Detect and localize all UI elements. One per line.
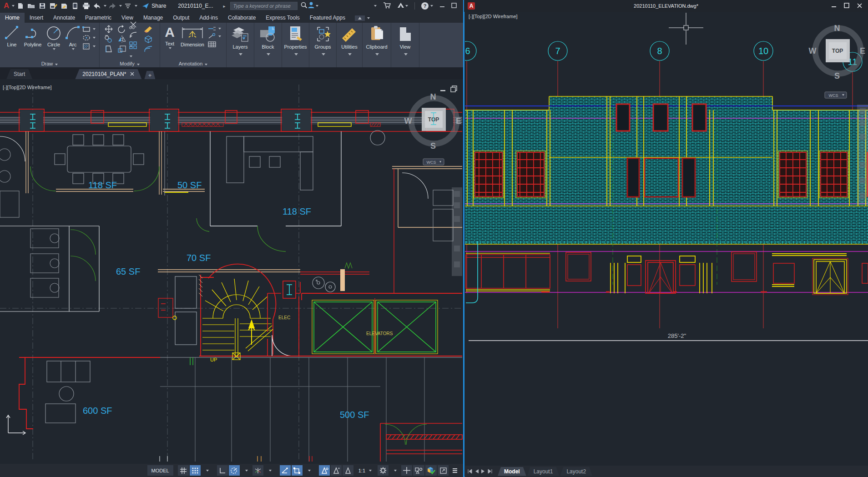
panel-properties[interactable]: Properties xyxy=(282,23,309,67)
array-chevron-icon[interactable] xyxy=(130,55,132,57)
tab-annotate[interactable]: Annotate xyxy=(48,13,80,23)
isodraft-button[interactable] xyxy=(252,465,263,476)
circle-chevron-icon[interactable] xyxy=(53,48,56,50)
right-viewport-controls[interactable]: [-][Top][2D Wireframe] xyxy=(469,14,518,19)
tab-add-ins[interactable]: Add-ins xyxy=(194,13,223,23)
prev-layout-icon[interactable] xyxy=(474,467,479,476)
undo-icon[interactable] xyxy=(92,1,102,10)
ortho-mode-button[interactable] xyxy=(217,465,228,476)
snap-chevron-icon[interactable] xyxy=(202,465,212,476)
properties-chevron-icon[interactable] xyxy=(294,53,298,55)
panel-groups[interactable]: Groups xyxy=(309,23,337,67)
text-tool[interactable]: AText xyxy=(162,25,177,49)
left-viewcube[interactable]: N W E S TOP WCS xyxy=(404,92,462,165)
panel-block[interactable]: Block xyxy=(254,23,282,67)
utilities-chevron-icon[interactable] xyxy=(348,53,352,55)
annotation-scale-icon[interactable] xyxy=(343,465,353,476)
grid-display-button[interactable] xyxy=(178,465,189,476)
tab-collaborate[interactable]: Collaborate xyxy=(223,13,261,23)
tab-parametric[interactable]: Parametric xyxy=(80,13,116,23)
overflow-chevron-icon[interactable] xyxy=(374,5,377,7)
app-store-cart-icon[interactable] xyxy=(383,2,391,10)
rectangle-chevron-icon[interactable] xyxy=(93,28,96,30)
erase-tool[interactable] xyxy=(143,25,154,35)
workspace-gear-button[interactable] xyxy=(378,465,389,476)
model-space-button[interactable]: MODEL xyxy=(147,465,173,476)
panel-view[interactable]: View xyxy=(391,23,419,67)
osnap-chevron-icon[interactable] xyxy=(303,465,314,476)
ellipse-tool[interactable] xyxy=(82,34,96,41)
share-button[interactable]: Share xyxy=(142,3,166,9)
panel-clipboard[interactable]: Clipboard xyxy=(363,23,391,67)
right-maximize-button[interactable] xyxy=(844,3,849,9)
new-tab-button[interactable]: + xyxy=(144,71,155,79)
layers-chevron-icon[interactable] xyxy=(239,53,242,55)
tab-insert[interactable]: Insert xyxy=(25,13,48,23)
arc-chevron-icon[interactable] xyxy=(72,48,75,50)
workspace-switch-icon[interactable] xyxy=(123,1,133,10)
clipboard-chevron-icon[interactable] xyxy=(375,53,379,55)
autodesk-chevron-icon[interactable] xyxy=(405,5,408,7)
ribbon-collapse-chevron-icon[interactable] xyxy=(367,17,370,19)
object-snap-tracking-button[interactable] xyxy=(280,465,291,476)
right-titlebar[interactable]: A 20210110_ELEVATION.dwg* xyxy=(464,0,868,12)
mirror-tool[interactable] xyxy=(117,35,126,45)
copy-tool[interactable] xyxy=(104,35,114,45)
object-snap-button[interactable] xyxy=(292,465,303,476)
open-folder-icon[interactable] xyxy=(26,1,36,10)
scale-value-button[interactable]: 1:1 xyxy=(354,465,373,476)
arc-tool[interactable]: Arc xyxy=(65,25,81,50)
tab-express-tools[interactable]: Express Tools xyxy=(261,13,304,23)
modify-panel-label[interactable]: Modify xyxy=(100,61,160,66)
isolate-objects-button[interactable] xyxy=(413,465,424,476)
first-layout-icon[interactable] xyxy=(467,467,473,476)
redo-history-chevron-icon[interactable] xyxy=(119,5,122,7)
graphics-performance-button[interactable] xyxy=(425,465,437,476)
explode-tool[interactable] xyxy=(143,35,153,45)
tab-manage[interactable]: Manage xyxy=(138,13,168,23)
tab-output[interactable]: Output xyxy=(168,13,194,23)
dimension-tool[interactable]: Dimension xyxy=(178,25,207,47)
rectangle-tool[interactable] xyxy=(82,25,96,33)
redo-icon[interactable] xyxy=(107,1,117,10)
autoscale-button[interactable] xyxy=(331,465,342,476)
right-navbar[interactable] xyxy=(857,105,868,205)
last-layout-icon[interactable] xyxy=(487,467,493,476)
text-chevron-icon[interactable] xyxy=(169,47,172,49)
snap-mode-button[interactable] xyxy=(190,465,201,476)
circle-tool[interactable]: Circle xyxy=(44,25,64,50)
customization-menu-button[interactable] xyxy=(449,465,460,476)
panel-layers[interactable]: Layers xyxy=(227,23,254,67)
view-chevron-icon[interactable] xyxy=(404,53,408,55)
block-chevron-icon[interactable] xyxy=(267,53,270,55)
autocad-logo[interactable]: A xyxy=(2,1,10,10)
save-icon[interactable] xyxy=(37,1,47,10)
scale-tool[interactable] xyxy=(117,45,126,55)
app-menu-chevron-icon[interactable] xyxy=(12,5,15,7)
layout-tab-layout2[interactable]: Layout2 xyxy=(560,467,592,476)
draw-panel-label[interactable]: Draw xyxy=(0,61,99,66)
minimize-button[interactable] xyxy=(439,2,445,10)
mobile-device-icon[interactable] xyxy=(70,1,80,10)
leader-tool[interactable] xyxy=(207,25,221,32)
offset-tool[interactable] xyxy=(143,45,153,55)
right-drawing-area[interactable]: 6 7 8 10 11 xyxy=(465,12,868,466)
polyline-tool[interactable]: Polyline xyxy=(23,25,43,47)
tab-home[interactable]: Home xyxy=(0,13,25,23)
ribbon-collapse-button[interactable] xyxy=(355,15,365,21)
new-file-icon[interactable] xyxy=(15,1,25,10)
left-navbar[interactable] xyxy=(452,187,462,276)
sign-in-user-icon[interactable] xyxy=(308,1,315,10)
close-tab-icon[interactable] xyxy=(130,71,134,77)
multileader-tool[interactable] xyxy=(207,33,221,40)
print-icon[interactable] xyxy=(81,1,91,10)
user-menu-chevron-icon[interactable] xyxy=(316,5,318,7)
autodesk-account-icon[interactable] xyxy=(397,2,404,10)
ellipse-chevron-icon[interactable] xyxy=(93,37,96,39)
help-icon[interactable]: ? xyxy=(421,2,429,10)
crosshair-size-button[interactable] xyxy=(401,465,412,476)
hatch-tool[interactable] xyxy=(82,43,96,50)
move-tool[interactable] xyxy=(104,25,113,35)
array-tool[interactable] xyxy=(129,41,141,59)
groups-chevron-icon[interactable] xyxy=(322,53,325,55)
